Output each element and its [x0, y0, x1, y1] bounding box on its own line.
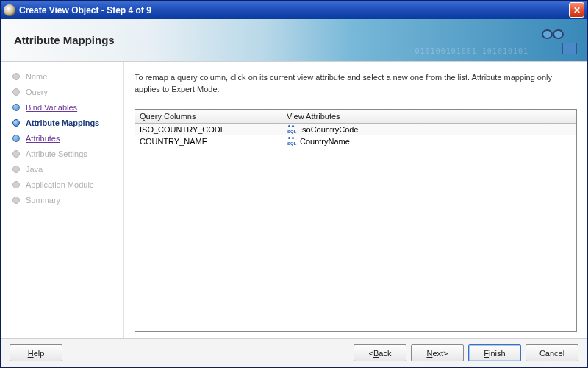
- view-attribute-cell[interactable]: IsoCountryCode: [282, 124, 576, 135]
- step-label: Bind Variables: [26, 103, 77, 112]
- instruction-text: To remap a query column, click on its cu…: [135, 72, 577, 96]
- mapping-table: Query Columns View Attributes ISO_COUNTR…: [135, 109, 577, 332]
- step-label: Attribute Mappings: [26, 118, 99, 127]
- close-button[interactable]: ✕: [569, 2, 584, 18]
- title-bar: Create View Object - Step 4 of 9 ✕: [1, 1, 587, 19]
- wizard-step-query: Query: [12, 88, 118, 96]
- finish-button[interactable]: Finish: [468, 344, 521, 361]
- column-header-query[interactable]: Query Columns: [135, 110, 282, 123]
- step-label: Java: [26, 165, 43, 174]
- column-header-view-attr[interactable]: View Attributes: [282, 110, 576, 123]
- view-attribute-text: CountryName: [300, 137, 350, 146]
- view-attribute-text: IsoCountryCode: [300, 125, 359, 134]
- step-label: Application Module: [26, 180, 94, 189]
- wizard-step-java: Java: [12, 165, 118, 174]
- step-label: Attribute Settings: [26, 149, 87, 158]
- box-icon: [562, 43, 577, 54]
- banner-decoration-digits: 010100101001 101010101: [415, 47, 528, 55]
- glasses-icon: [542, 28, 564, 38]
- query-column-cell[interactable]: COUNTRY_NAME: [135, 135, 282, 147]
- window-title: Create View Object - Step 4 of 9: [19, 5, 569, 15]
- wizard-window: Create View Object - Step 4 of 9 ✕ Attri…: [0, 0, 588, 368]
- footer-bar: Help < Back Next > Finish Cancel: [1, 338, 587, 367]
- next-button[interactable]: Next >: [411, 344, 464, 361]
- wizard-step-application-module: Application Module: [12, 180, 118, 189]
- step-label: Attributes: [26, 134, 60, 143]
- view-attribute-cell[interactable]: CountryName: [282, 135, 576, 147]
- step-dot-icon: [12, 135, 20, 142]
- step-dot-icon: [12, 119, 20, 127]
- step-label: Name: [26, 72, 47, 81]
- step-label: Query: [26, 88, 48, 96]
- content-panel: To remap a query column, click on its cu…: [124, 62, 587, 338]
- wizard-step-attribute-mappings[interactable]: Attribute Mappings: [12, 118, 118, 127]
- step-dot-icon: [12, 181, 20, 188]
- table-header: Query Columns View Attributes: [135, 110, 576, 124]
- banner: Attribute Mappings 010100101001 10101010…: [1, 19, 587, 62]
- wizard-step-summary: Summary: [12, 196, 118, 205]
- close-icon: ✕: [573, 5, 581, 15]
- wizard-steps-sidebar: NameQueryBind VariablesAttribute Mapping…: [1, 62, 124, 338]
- step-dot-icon: [12, 150, 20, 158]
- step-dot-icon: [12, 88, 20, 96]
- cancel-button[interactable]: Cancel: [526, 344, 578, 361]
- main-area: NameQueryBind VariablesAttribute Mapping…: [1, 62, 587, 338]
- back-button[interactable]: < Back: [354, 344, 406, 361]
- step-dot-icon: [12, 104, 20, 111]
- step-dot-icon: [12, 73, 20, 80]
- banner-art: [540, 26, 577, 54]
- app-icon: [4, 4, 15, 16]
- step-label: Summary: [26, 196, 60, 205]
- wizard-step-name: Name: [12, 72, 118, 81]
- wizard-step-attribute-settings: Attribute Settings: [12, 149, 118, 158]
- step-dot-icon: [12, 166, 20, 173]
- table-row: COUNTRY_NAMECountryName: [135, 135, 576, 147]
- step-dot-icon: [12, 197, 20, 204]
- sql-attribute-icon: [287, 137, 297, 146]
- help-button[interactable]: Help: [10, 344, 62, 361]
- sql-attribute-icon: [287, 125, 297, 134]
- wizard-step-attributes[interactable]: Attributes: [12, 134, 118, 143]
- query-column-cell[interactable]: ISO_COUNTRY_CODE: [135, 124, 282, 135]
- wizard-step-bind-variables[interactable]: Bind Variables: [12, 103, 118, 112]
- table-row: ISO_COUNTRY_CODEIsoCountryCode: [135, 124, 576, 135]
- banner-title: Attribute Mappings: [14, 34, 115, 46]
